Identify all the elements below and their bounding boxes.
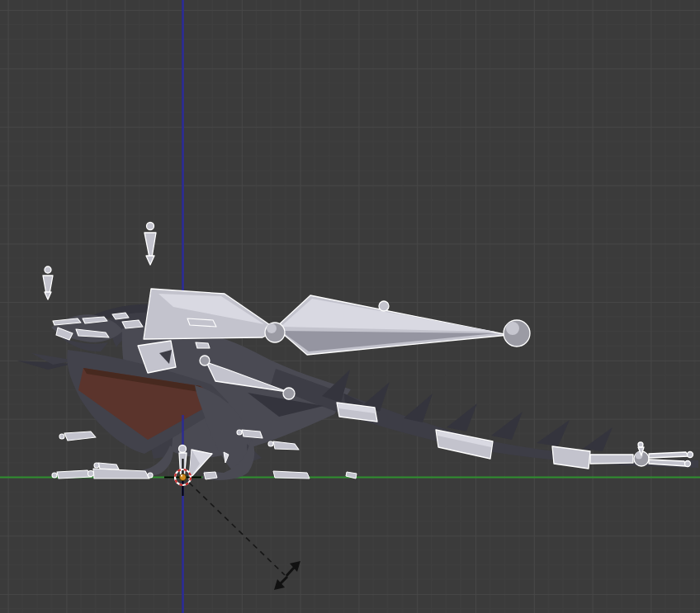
bone-head-knob[interactable] [52,473,57,478]
sphere-highlight [267,323,277,333]
armature-bone-tail[interactable] [590,455,633,464]
bone-head-knob[interactable] [179,446,187,453]
bone-joint-sphere[interactable] [379,301,389,311]
bone-head-knob[interactable] [268,441,273,446]
bone-head-knob[interactable] [688,452,693,458]
bone-head-knob[interactable] [147,223,154,230]
armature-bone[interactable] [187,318,216,327]
bone-head-knob[interactable] [148,473,153,478]
armature-bone[interactable] [273,471,310,479]
armature-bone[interactable] [112,313,129,319]
armature-bone[interactable] [57,470,92,479]
armature-bone-tail-tip[interactable] [649,452,688,458]
bone-joint-sphere[interactable] [200,356,210,365]
armature-bone[interactable] [122,320,143,328]
object-origin-icon[interactable] [180,474,187,481]
armature-bone[interactable] [204,472,217,479]
bone-head-knob[interactable] [94,463,99,468]
bone-head-knob[interactable] [45,266,51,273]
sphere-highlight [506,322,519,335]
bone-joint-sphere[interactable] [283,388,295,399]
bone-head-knob[interactable] [638,442,643,447]
viewport-canvas[interactable] [0,0,700,613]
bone-head-knob[interactable] [685,461,691,467]
armature-bone[interactable] [242,430,262,438]
armature-bone[interactable] [196,342,210,348]
bone-head-knob[interactable] [59,434,64,439]
bone-head-knob[interactable] [88,471,94,477]
blender-3d-viewport[interactable] [0,0,700,613]
bone-head-knob[interactable] [237,430,242,435]
origin-glint [181,475,182,477]
